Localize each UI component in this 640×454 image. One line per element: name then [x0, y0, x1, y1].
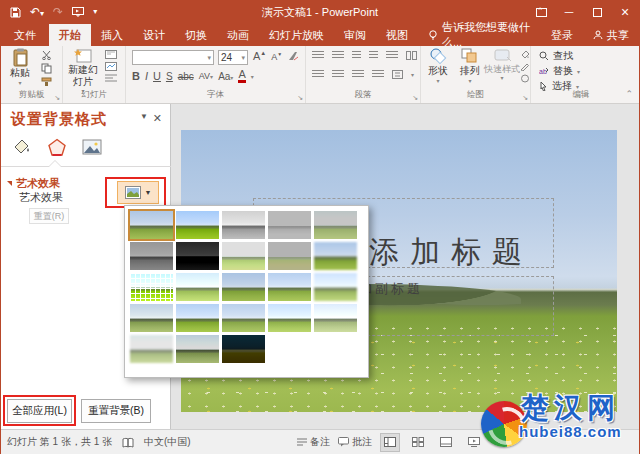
ribbon-tab[interactable]: 审阅 [334, 24, 376, 46]
pane-options-icon[interactable]: ▼ [140, 112, 148, 121]
numbering-icon[interactable] [332, 51, 344, 60]
drawing-dialog-launcher-icon[interactable]: ↘ [522, 94, 528, 102]
font-name-combo[interactable]: ▾ [132, 50, 214, 65]
shape-fill-icon[interactable] [520, 50, 530, 59]
artistic-effect-thumbnail[interactable] [176, 211, 219, 239]
line-spacing-icon[interactable] [386, 51, 398, 60]
slide-layout-icon[interactable] [105, 50, 117, 59]
artistic-effect-thumbnail[interactable] [176, 273, 219, 301]
paste-button[interactable]: 粘贴 ▾ [3, 48, 37, 86]
artistic-effect-thumbnail[interactable] [130, 273, 173, 301]
ribbon-tab[interactable]: 视图 [376, 24, 418, 46]
reset-background-button[interactable]: 重置背景(B) [81, 399, 151, 423]
paragraph-dialog-launcher-icon[interactable]: ↘ [412, 94, 418, 102]
artistic-effect-thumbnail[interactable] [130, 335, 173, 363]
customize-qat-icon[interactable]: ▾ [93, 8, 97, 16]
reading-view-button[interactable] [436, 433, 456, 452]
undo-icon[interactable]: ↶▾ [30, 6, 44, 18]
copy-icon[interactable] [41, 63, 52, 74]
comments-button[interactable]: 批注 [338, 435, 372, 449]
align-right-icon[interactable] [352, 70, 364, 79]
find-button[interactable]: 查找 [539, 49, 580, 63]
align-center-icon[interactable] [332, 70, 344, 79]
text-direction-icon[interactable] [392, 70, 403, 79]
reset-effect-button[interactable]: 重置(R) [29, 208, 69, 224]
redo-icon[interactable]: ↷ [53, 6, 63, 18]
justify-icon[interactable] [372, 70, 384, 79]
artistic-effect-thumbnail[interactable] [268, 273, 311, 301]
ribbon-tab[interactable]: 动画 [217, 24, 259, 46]
minimize-icon[interactable]: ─ [555, 0, 583, 24]
italic-button[interactable]: I [145, 70, 148, 82]
shape-outline-icon[interactable] [520, 62, 530, 71]
tell-me-box[interactable]: 告诉我您想要做什么... [418, 24, 541, 46]
artistic-effect-thumbnail[interactable] [176, 335, 219, 363]
normal-view-button[interactable] [380, 433, 400, 452]
replace-button[interactable]: ab 替换 ▾ [539, 64, 580, 78]
quick-styles-button[interactable]: 快速样式 ▾ [483, 48, 521, 81]
ribbon-display-options-icon[interactable] [527, 0, 555, 24]
effects-pentagon-icon[interactable] [46, 136, 68, 158]
artistic-effect-thumbnail[interactable] [222, 304, 265, 332]
clipboard-dialog-launcher-icon[interactable]: ↘ [54, 94, 60, 102]
cut-icon[interactable] [41, 50, 52, 60]
ribbon-tab[interactable]: 切换 [175, 24, 217, 46]
spell-check-icon[interactable] [122, 437, 134, 448]
font-size-combo[interactable]: 24▾ [218, 50, 248, 65]
fill-bucket-icon[interactable] [11, 136, 33, 158]
font-color-button[interactable]: A [238, 70, 245, 83]
grow-font-icon[interactable]: A▲ [253, 50, 266, 62]
artistic-effect-thumbnail[interactable] [314, 242, 357, 270]
abc-strikethrough-button[interactable]: abc [178, 71, 194, 82]
ribbon-tab[interactable]: 插入 [91, 24, 133, 46]
shrink-font-icon[interactable]: A▼ [271, 51, 282, 62]
artistic-effect-thumbnail[interactable] [130, 242, 173, 270]
artistic-effect-thumbnail[interactable] [222, 242, 265, 270]
artistic-effect-thumbnail[interactable] [222, 335, 265, 363]
shapes-button[interactable]: 形状 ▾ [421, 48, 455, 84]
pane-close-icon[interactable]: ✕ [153, 112, 162, 125]
close-icon[interactable]: × [611, 0, 639, 24]
artistic-effect-thumbnail[interactable] [222, 273, 265, 301]
restore-icon[interactable] [583, 0, 611, 24]
increase-indent-icon[interactable] [369, 51, 378, 60]
strikethrough-button[interactable]: S [166, 71, 173, 82]
decrease-indent-icon[interactable] [352, 51, 361, 60]
collapse-ribbon-icon[interactable]: ⌃ [625, 89, 633, 99]
arrange-button[interactable]: 排列 ▾ [453, 48, 487, 84]
bullets-icon[interactable] [312, 51, 324, 60]
change-case-button[interactable]: Aa▾ [218, 71, 233, 82]
save-icon[interactable] [10, 7, 21, 18]
notes-button[interactable]: 备注 [297, 435, 330, 449]
new-slide-button[interactable]: 新建幻灯片 ▾ [66, 48, 100, 94]
ribbon-tab[interactable]: 开始 [49, 24, 91, 46]
share-button[interactable]: 共享 [583, 28, 639, 43]
artistic-effect-thumbnail[interactable] [314, 304, 357, 332]
artistic-effect-thumbnail[interactable] [130, 304, 173, 332]
artistic-effects-section-header[interactable]: 艺术效果 [7, 176, 60, 191]
artistic-effect-thumbnail[interactable] [314, 211, 357, 239]
section-icon[interactable] [105, 74, 117, 83]
artistic-effect-thumbnail[interactable] [268, 211, 311, 239]
artistic-effect-thumbnail[interactable] [268, 242, 311, 270]
shape-effects-icon[interactable] [520, 74, 530, 83]
artistic-effect-thumbnail[interactable] [176, 242, 219, 270]
language-indicator[interactable]: 中文(中国) [144, 435, 191, 449]
start-slideshow-icon[interactable] [72, 7, 84, 17]
clear-formatting-icon[interactable] [287, 51, 299, 62]
ribbon-tab[interactable]: 幻灯片放映 [259, 24, 334, 46]
bold-button[interactable]: B [132, 70, 140, 82]
picture-icon[interactable] [81, 136, 103, 158]
align-left-icon[interactable] [312, 70, 324, 79]
artistic-effect-thumbnail[interactable] [314, 273, 357, 301]
sign-in-button[interactable]: 登录 [541, 28, 583, 43]
artistic-effect-thumbnail[interactable] [222, 211, 265, 239]
character-spacing-button[interactable]: AV▾ [199, 71, 213, 81]
reset-slide-icon[interactable] [105, 62, 117, 71]
artistic-effect-thumbnail[interactable] [130, 211, 173, 239]
columns-icon[interactable] [406, 51, 417, 60]
tab-file[interactable]: 文件 [1, 24, 49, 46]
artistic-effect-thumbnail[interactable] [176, 304, 219, 332]
format-painter-icon[interactable] [41, 77, 52, 87]
underline-button[interactable]: U [153, 70, 161, 82]
